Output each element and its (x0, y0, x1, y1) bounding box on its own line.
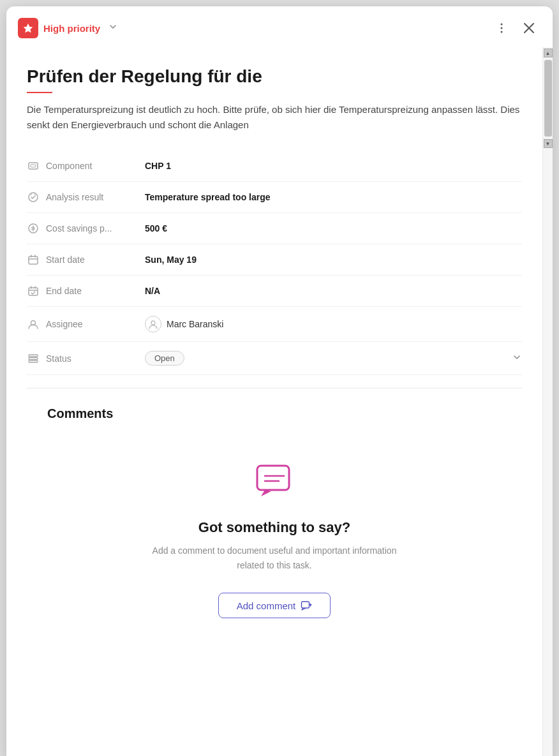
field-label-end-date: End date (27, 285, 145, 297)
svg-rect-0 (27, 25, 29, 28)
start-date-label: Start date (46, 255, 85, 265)
field-label-status: Status (27, 352, 145, 365)
assignee-label: Assignee (46, 319, 83, 329)
scroll-up-button[interactable]: ▲ (544, 48, 553, 57)
empty-comments-description: Add a comment to document useful and imp… (140, 544, 408, 572)
assignee-name: Marc Baranski (167, 319, 223, 329)
scrollbar[interactable]: ▲ ▼ (542, 47, 553, 756)
cost-icon (27, 222, 40, 235)
modal-body: Prüfen der Regelung für die Die Temperat… (6, 47, 553, 756)
svg-point-12 (151, 321, 155, 325)
add-comment-button[interactable]: Add comment (218, 593, 331, 618)
task-description: Die Temperaturspreizung ist deutlich zu … (27, 102, 522, 133)
task-modal: High priority (6, 6, 553, 756)
scrollbar-thumb[interactable] (544, 60, 552, 137)
status-value: Open (145, 351, 522, 366)
svg-rect-10 (29, 288, 38, 295)
scroll-down-button[interactable]: ▼ (544, 139, 553, 148)
field-row-component: Component CHP 1 (27, 151, 522, 182)
field-label-assignee: Assignee (27, 318, 145, 330)
field-label-component: Component (27, 159, 145, 172)
component-value: CHP 1 (145, 161, 522, 171)
status-label: Status (46, 353, 71, 364)
cost-value: 500 € (145, 223, 522, 233)
field-row-status: Status Open (27, 342, 522, 375)
priority-badge: High priority (18, 18, 118, 38)
field-label-analysis: Analysis result (27, 191, 145, 204)
more-options-button[interactable] (493, 19, 511, 37)
close-button[interactable] (521, 20, 537, 36)
svg-point-4 (501, 31, 503, 33)
field-label-start-date: Start date (27, 253, 145, 266)
component-label: Component (46, 161, 92, 171)
priority-dropdown-icon[interactable] (108, 22, 118, 34)
main-content: Prüfen der Regelung für die Die Temperat… (6, 47, 542, 756)
status-dropdown-icon[interactable] (512, 352, 522, 364)
analysis-icon (27, 191, 40, 204)
task-title: Prüfen der Regelung für die (27, 65, 522, 88)
status-badge[interactable]: Open (145, 351, 184, 366)
start-date-icon (27, 253, 40, 266)
add-comment-icon (301, 600, 312, 611)
comments-section: Comments Got something to say? Add a com… (27, 389, 522, 669)
field-row-start-date: Start date Sun, May 19 (27, 244, 522, 276)
svg-rect-16 (257, 466, 289, 490)
svg-rect-14 (29, 357, 38, 359)
svg-rect-13 (29, 355, 38, 357)
start-date-value: Sun, May 19 (145, 255, 522, 265)
field-label-cost: Cost savings p... (27, 222, 145, 235)
add-comment-label: Add comment (237, 600, 296, 611)
priority-label: High priority (43, 23, 100, 34)
svg-rect-1 (27, 29, 29, 31)
end-date-icon (27, 285, 40, 297)
comments-title: Comments (47, 406, 502, 421)
priority-icon (18, 18, 38, 38)
modal-header: High priority (6, 6, 553, 47)
svg-rect-6 (31, 165, 36, 167)
field-row-assignee: Assignee Marc Baranski (27, 307, 522, 342)
svg-rect-5 (29, 163, 38, 169)
assignee-value: Marc Baranski (145, 316, 522, 332)
analysis-label: Analysis result (46, 192, 103, 202)
cost-label: Cost savings p... (46, 223, 112, 233)
fields-section: Component CHP 1 Analy (27, 151, 522, 375)
task-title-divider (27, 92, 52, 93)
chat-icon (252, 459, 297, 507)
field-row-end-date: End date N/A (27, 276, 522, 307)
field-row-analysis: Analysis result Temperature spread too l… (27, 182, 522, 213)
analysis-value: Temperature spread too large (145, 192, 522, 202)
svg-rect-15 (29, 360, 38, 362)
avatar (145, 316, 161, 332)
field-row-cost: Cost savings p... 500 € (27, 213, 522, 244)
header-actions (493, 19, 537, 37)
end-date-label: End date (46, 286, 82, 296)
svg-rect-19 (302, 602, 309, 608)
svg-rect-9 (29, 256, 38, 264)
empty-comments-title: Got something to say? (198, 519, 350, 536)
status-icon (27, 352, 40, 365)
empty-comments: Got something to say? Add a comment to d… (47, 447, 502, 644)
component-icon (27, 159, 40, 172)
end-date-value: N/A (145, 286, 522, 296)
svg-point-3 (501, 27, 503, 29)
assignee-icon (27, 318, 40, 330)
svg-point-2 (501, 24, 503, 26)
